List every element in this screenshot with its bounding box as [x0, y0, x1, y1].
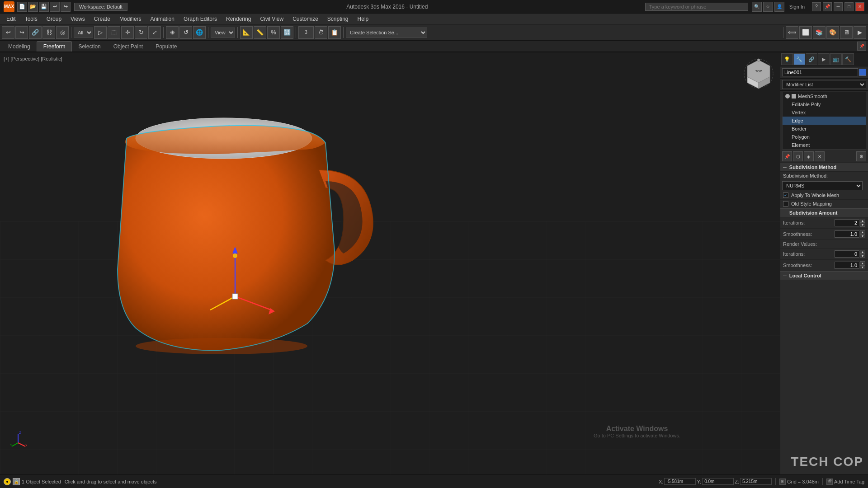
stack-item-border[interactable]: Border [783, 125, 866, 133]
panel-modify-button[interactable]: 🔧 [793, 53, 805, 65]
menu-help[interactable]: Help [353, 15, 373, 23]
ribbon-pin-button[interactable]: 📌 [857, 42, 866, 51]
panel-display2-button[interactable]: 📺 [830, 53, 842, 65]
menu-animation[interactable]: Animation [146, 15, 179, 23]
spinner-snap-button[interactable]: 🔢 [281, 26, 293, 39]
maximize-button[interactable]: □ [844, 2, 854, 11]
menu-modifiers[interactable]: Modifiers [115, 15, 146, 23]
ribbon-tab-populate[interactable]: Populate [149, 42, 183, 52]
smoothness-down-button[interactable]: ▼ [860, 234, 865, 238]
iterations-up-button[interactable]: ▲ [860, 219, 865, 223]
x-coord-input[interactable] [664, 478, 696, 485]
select-button[interactable]: ▷ [94, 26, 107, 39]
modifier-list-dropdown[interactable]: Modifier List [782, 80, 866, 89]
menu-graph-editors[interactable]: Graph Editors [179, 15, 222, 23]
move-button[interactable]: ⊕ [166, 26, 179, 39]
align-button[interactable]: ⬜ [799, 26, 812, 39]
undo-button[interactable]: ↩ [50, 2, 60, 12]
search-input[interactable] [645, 3, 748, 11]
stack-item-edge[interactable]: Edge [783, 117, 866, 125]
bind-space-button[interactable]: ◎ [56, 26, 69, 39]
stack-item-element[interactable]: Element [783, 141, 866, 149]
menu-edit[interactable]: Edit [2, 15, 20, 23]
rotate-button2[interactable]: ↺ [179, 26, 192, 39]
configure-modifier-button[interactable]: ⚙ [856, 151, 866, 161]
bookmark-button[interactable]: ☆ [763, 2, 773, 12]
local-control-section-header[interactable]: ─ Local Control [780, 271, 868, 280]
pin-stack-button[interactable]: 📌 [782, 151, 792, 161]
redo-button[interactable]: ↪ [61, 2, 71, 12]
window-pin-button[interactable]: 📌 [823, 2, 832, 11]
select-move-button[interactable]: ✛ [121, 26, 134, 39]
ribbon-tab-object-paint[interactable]: Object Paint [107, 42, 149, 52]
menu-scripting[interactable]: Scripting [323, 15, 353, 23]
help-search-button[interactable]: 🔍 [752, 2, 762, 12]
iterations-down-button[interactable]: ▼ [860, 223, 865, 227]
object-color-swatch[interactable] [859, 69, 866, 76]
panel-hierarchy-button[interactable]: 🔗 [806, 53, 817, 65]
z-coord-input[interactable] [740, 478, 772, 485]
user-icon[interactable]: 👤 [774, 2, 784, 12]
menu-group[interactable]: Group [42, 15, 66, 23]
named-selections-button[interactable]: 📋 [328, 26, 341, 39]
render-smooth-input[interactable] [835, 262, 859, 269]
stack-item-vertex[interactable]: Vertex [783, 108, 866, 117]
viewport-label[interactable]: [+] [Perspective] [Realistic] [4, 56, 62, 61]
smoothness-up-button[interactable]: ▲ [860, 230, 865, 234]
layer-manager-button[interactable]: 📚 [813, 26, 826, 39]
apply-whole-mesh-checkbox[interactable]: ✓ [783, 192, 788, 198]
nurms-dropdown[interactable]: NURMS [782, 181, 863, 190]
percent-snap-button[interactable]: % [267, 26, 280, 39]
subdivision-amount-section-header[interactable]: ─ Subdivision Amount [780, 208, 868, 217]
make-unique-button[interactable]: ◈ [804, 151, 814, 161]
snap-toggle-button[interactable]: 📐 [240, 26, 253, 39]
stack-item-meshsmooth[interactable]: MeshSmooth [783, 92, 866, 100]
workspace-dropdown[interactable]: Workspace: Default [74, 3, 127, 11]
smoothness-input[interactable] [835, 230, 859, 238]
viewport[interactable]: [+] [Perspective] [Realistic] [0, 52, 780, 474]
render-smooth-down-button[interactable]: ▼ [860, 265, 865, 269]
remove-modifier-button[interactable]: ✕ [815, 151, 825, 161]
undo-toolbar-button[interactable]: ↩ [2, 26, 14, 39]
sign-in-button[interactable]: Sign In [789, 4, 805, 9]
object-name-input[interactable] [782, 68, 858, 76]
filter-dropdown[interactable]: All [74, 28, 93, 38]
y-coord-input[interactable] [702, 478, 734, 485]
select-rotate-button[interactable]: ↻ [135, 26, 147, 39]
open-file-button[interactable]: 📂 [28, 2, 38, 12]
panel-utilities-button[interactable]: 🔨 [842, 53, 854, 65]
show-end-result-button[interactable]: ⬡ [793, 151, 803, 161]
render-setup-button[interactable]: 🖥 [840, 26, 853, 39]
ribbon-tab-modeling[interactable]: Modeling [2, 42, 37, 52]
render-iter-up-button[interactable]: ▲ [860, 250, 865, 254]
angle-snap-button[interactable]: 📏 [254, 26, 266, 39]
close-button[interactable]: ✕ [855, 2, 864, 11]
new-file-button[interactable]: 📄 [17, 2, 27, 12]
render-smooth-up-button[interactable]: ▲ [860, 261, 865, 265]
menu-rendering[interactable]: Rendering [222, 15, 255, 23]
mirror-button[interactable]: ⟺ [786, 26, 798, 39]
view-dropdown[interactable]: View [211, 28, 235, 38]
stack-item-polygon[interactable]: Polygon [783, 133, 866, 141]
world-space-button[interactable]: 🌐 [193, 26, 206, 39]
save-file-button[interactable]: 💾 [39, 2, 49, 12]
select-scale-button[interactable]: ⤢ [148, 26, 161, 39]
help-button[interactable]: ? [812, 2, 821, 11]
quick-render-button[interactable]: ▶ [854, 26, 866, 39]
viewport-cube[interactable]: TOP [743, 58, 774, 89]
key-mode-button[interactable]: 3 [298, 26, 314, 39]
menu-customize[interactable]: Customize [288, 15, 323, 23]
time-config-button[interactable]: ⏱ [315, 26, 327, 39]
menu-views[interactable]: Views [66, 15, 90, 23]
minimize-button[interactable]: ─ [834, 2, 843, 11]
render-iter-down-button[interactable]: ▼ [860, 254, 865, 258]
iterations-input[interactable] [835, 219, 859, 226]
subdivision-method-section-header[interactable]: ─ Subdivision Method [780, 163, 868, 172]
ribbon-tab-freeform[interactable]: Freeform [37, 41, 72, 52]
panel-display-button[interactable]: 💡 [781, 53, 793, 65]
link-button[interactable]: 🔗 [29, 26, 42, 39]
old-style-mapping-checkbox[interactable] [783, 201, 788, 206]
menu-create[interactable]: Create [90, 15, 115, 23]
unlink-button[interactable]: ⛓ [42, 26, 55, 39]
ribbon-tab-selection[interactable]: Selection [72, 42, 107, 52]
